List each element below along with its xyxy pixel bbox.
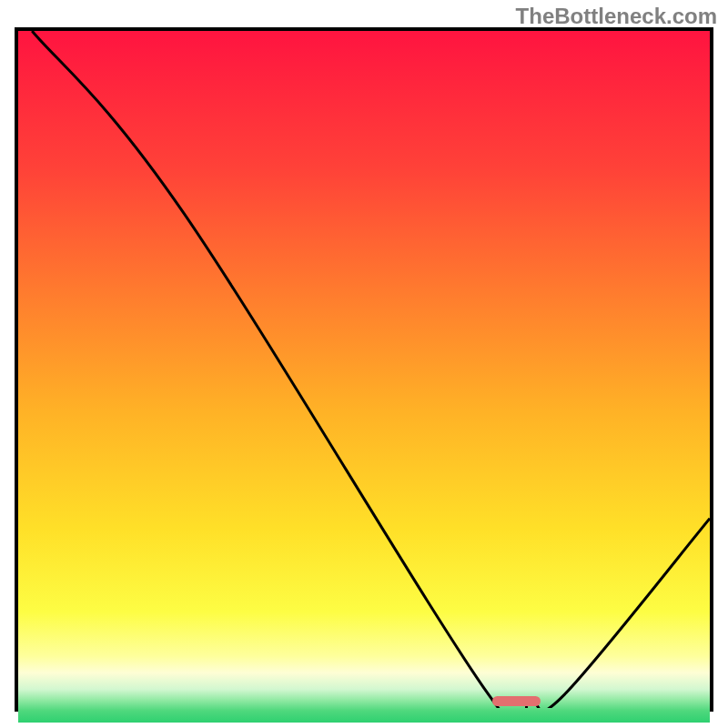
watermark-text: TheBottleneck.com [516,4,717,29]
chart-plot-area [15,27,713,712]
bottleneck-curve [18,31,710,708]
optimal-marker [492,696,541,706]
